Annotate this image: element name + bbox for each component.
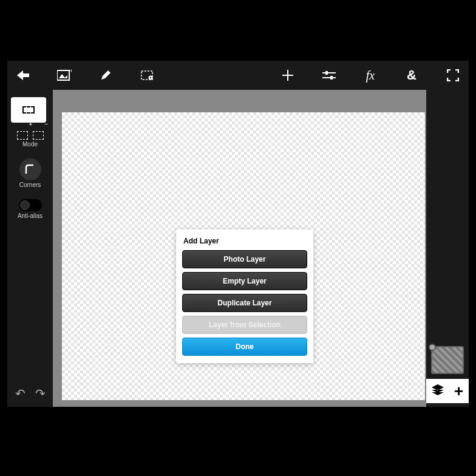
duplicate-layer-button[interactable]: Duplicate Layer	[182, 294, 307, 312]
layer-badge-icon	[429, 344, 436, 351]
top-toolbar: + fx &	[7, 61, 469, 90]
undo-icon[interactable]: ↶	[15, 386, 25, 401]
fx-icon[interactable]: fx	[362, 67, 379, 84]
selection-tool-button[interactable]	[11, 97, 46, 123]
add-icon[interactable]	[279, 67, 296, 84]
fullscreen-icon[interactable]	[444, 67, 461, 84]
marquee-icon	[22, 106, 35, 114]
photo-layer-button[interactable]: Photo Layer	[182, 250, 307, 268]
pencil-icon[interactable]	[97, 67, 114, 84]
transform-marquee-icon[interactable]	[138, 67, 155, 84]
corners-button[interactable]	[19, 158, 41, 180]
ampersand-icon[interactable]: &	[403, 67, 420, 84]
right-sidebar: +	[426, 90, 469, 407]
layers-bottom-bar: +	[426, 379, 469, 403]
layers-stack-icon[interactable]	[432, 384, 444, 398]
add-layer-dialog: Add Layer Photo Layer Empty Layer Duplic…	[176, 229, 313, 363]
svg-text:+: +	[70, 69, 72, 74]
mode-section: Mode	[7, 125, 53, 151]
antialias-toggle[interactable]	[19, 199, 42, 211]
empty-layer-button[interactable]: Empty Layer	[182, 272, 307, 290]
left-sidebar: Mode Corners Anti-alias ↶ ↷	[7, 90, 53, 407]
mode-add-icon[interactable]	[17, 131, 28, 140]
svg-rect-5	[330, 76, 333, 80]
done-button[interactable]: Done	[182, 338, 307, 356]
svg-rect-4	[325, 71, 328, 75]
antialias-label: Anti-alias	[7, 212, 53, 219]
toggle-thumb	[20, 200, 30, 210]
adjustments-icon[interactable]	[321, 67, 338, 84]
antialias-section: Anti-alias	[7, 192, 53, 223]
mode-label: Mode	[7, 141, 53, 148]
redo-icon[interactable]: ↷	[35, 386, 46, 401]
layer-from-selection-button: Layer from Selection	[182, 316, 307, 334]
corners-label: Corners	[7, 182, 53, 188]
layer-thumbnail[interactable]	[431, 346, 464, 374]
corners-section: Corners	[7, 151, 53, 192]
back-icon[interactable]	[15, 67, 32, 84]
dialog-title: Add Layer	[182, 236, 307, 250]
app-window: + fx &	[7, 61, 469, 407]
image-icon[interactable]: +	[56, 67, 73, 84]
mode-subtract-icon[interactable]	[33, 131, 44, 140]
add-layer-icon[interactable]: +	[454, 382, 463, 401]
